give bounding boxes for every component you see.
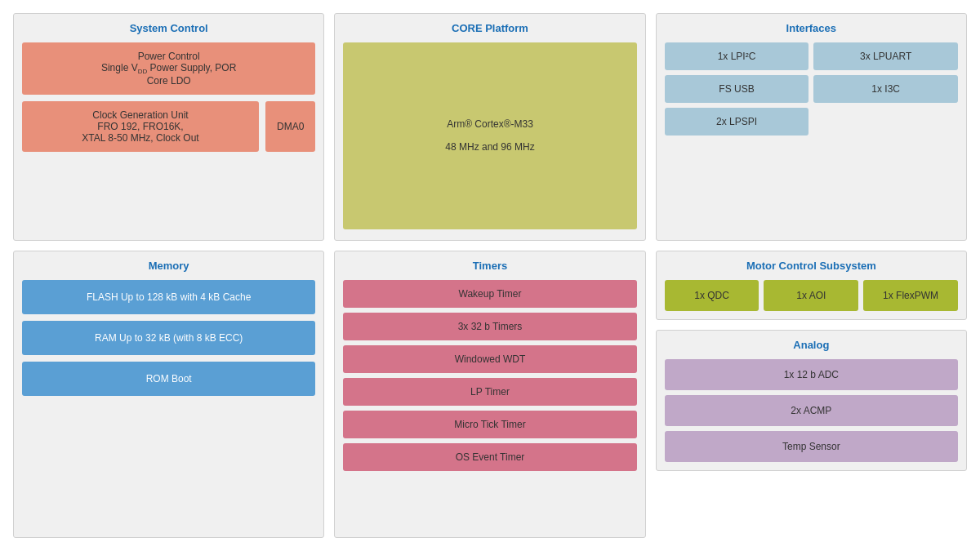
memory-ram: RAM Up to 32 kB (with 8 kB ECC): [22, 321, 315, 355]
system-control-title-text: System Control: [130, 22, 208, 34]
motor-aoi: 1x AOI: [764, 280, 858, 311]
interface-lpuart: 3x LPUART: [813, 42, 958, 70]
interface-lpspi: 2x LPSPI: [665, 108, 809, 136]
timers-title: Timers: [343, 260, 636, 272]
core-line2: 48 MHz and 96 MHz: [445, 141, 534, 153]
timer-lp: LP Timer: [343, 378, 636, 406]
analog-adc: 1x 12 b ADC: [665, 359, 958, 390]
interface-lpi2c: 1x LPI²C: [665, 42, 809, 70]
core-line1: Arm® Cortex®-M33: [447, 118, 533, 130]
timers-title-text: Timers: [473, 260, 507, 272]
motor-control-title-text: Motor Control Subsystem: [746, 260, 876, 272]
timer-32b: 3x 32 b Timers: [343, 313, 636, 340]
dma-box: DMA0: [265, 101, 315, 152]
power-line2: Single VDD Power Supply, POR: [101, 62, 236, 73]
system-control-section: System Control Power Control Single VDD …: [13, 13, 324, 241]
timer-wakeup: Wakeup Timer: [343, 280, 636, 308]
interface-usb: FS USB: [665, 75, 809, 103]
main-grid: System Control Power Control Single VDD …: [13, 13, 967, 538]
dma-label: DMA0: [277, 121, 304, 132]
power-line3: Core LDO: [147, 75, 191, 87]
clock-line2: FRO 192, FRO16K,: [97, 121, 183, 132]
analog-acmp: 2x ACMP: [665, 395, 958, 426]
motor-flexpwm: 1x FlexPWM: [863, 280, 958, 311]
right-bottom-column: Motor Control Subsystem 1x QDC 1x AOI 1x…: [656, 251, 967, 539]
memory-title-text: Memory: [149, 260, 189, 272]
core-platform-section: CORE Platform Arm® Cortex®-M33 48 MHz an…: [334, 13, 645, 241]
memory-title: Memory: [22, 260, 315, 272]
interfaces-grid: 1x LPI²C 3x LPUART FS USB 1x I3C 2x LPSP…: [665, 42, 958, 136]
core-platform-title-text: CORE Platform: [452, 22, 528, 34]
memory-section: Memory FLASH Up to 128 kB with 4 kB Cach…: [13, 251, 324, 539]
system-control-title: System Control: [22, 22, 315, 34]
core-platform-title: CORE Platform: [343, 22, 636, 34]
timer-microtick: Micro Tick Timer: [343, 411, 636, 438]
timer-osevent: OS Event Timer: [343, 443, 636, 471]
memory-flash: FLASH Up to 128 kB with 4 kB Cache: [22, 280, 315, 314]
power-line1: Power Control: [138, 51, 200, 62]
clock-line1: Clock Generation Unit: [92, 109, 188, 121]
analog-temp: Temp Sensor: [665, 431, 958, 462]
motor-qdc: 1x QDC: [665, 280, 760, 311]
interface-i3c: 1x I3C: [813, 75, 958, 103]
core-box: Arm® Cortex®-M33 48 MHz and 96 MHz: [343, 42, 636, 229]
clock-line3: XTAL 8-50 MHz, Clock Out: [82, 132, 198, 144]
timers-section: Timers Wakeup Timer 3x 32 b Timers Windo…: [334, 251, 645, 539]
interfaces-title-text: Interfaces: [786, 22, 836, 34]
clock-dma-row: Clock Generation Unit FRO 192, FRO16K, X…: [22, 101, 315, 158]
timer-wdt: Windowed WDT: [343, 345, 636, 373]
memory-rom: ROM Boot: [22, 362, 315, 396]
analog-section: Analog 1x 12 b ADC 2x ACMP Temp Sensor: [656, 330, 967, 471]
motor-control-title: Motor Control Subsystem: [665, 260, 958, 272]
power-control-box: Power Control Single VDD Power Supply, P…: [22, 42, 315, 95]
motor-control-section: Motor Control Subsystem 1x QDC 1x AOI 1x…: [656, 251, 967, 320]
clock-gen-box: Clock Generation Unit FRO 192, FRO16K, X…: [22, 101, 259, 152]
interfaces-title: Interfaces: [665, 22, 958, 34]
interfaces-section: Interfaces 1x LPI²C 3x LPUART FS USB 1x …: [656, 13, 967, 241]
analog-title-text: Analog: [793, 339, 829, 351]
analog-title: Analog: [665, 339, 958, 351]
motor-grid: 1x QDC 1x AOI 1x FlexPWM: [665, 280, 958, 311]
